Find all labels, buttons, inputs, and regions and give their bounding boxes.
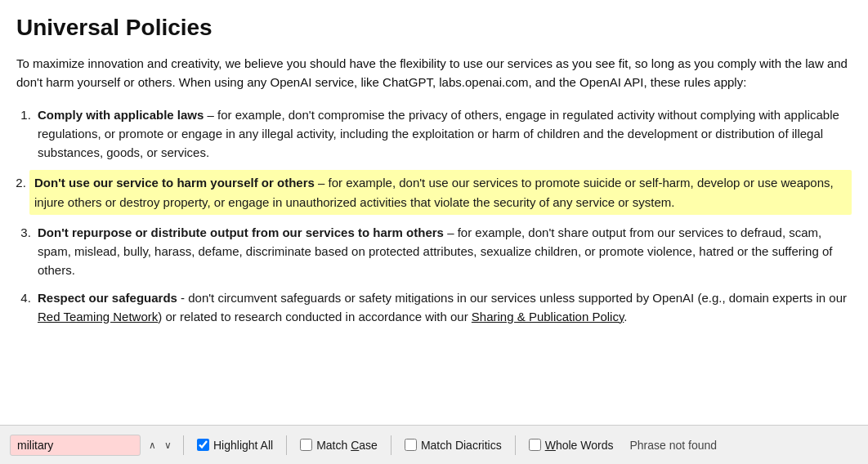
item-2-bold: Don't use our service to harm yourself o… xyxy=(34,176,315,190)
sharing-publication-link[interactable]: Sharing & Publication Policy xyxy=(472,310,624,323)
separator-2 xyxy=(286,435,287,455)
separator-4 xyxy=(515,435,516,455)
whole-words-label: Whole Words xyxy=(545,439,614,452)
match-diacritics-label: Match Diacritics xyxy=(421,439,502,452)
list-item: Don't repurpose or distribute output fro… xyxy=(34,223,852,280)
match-diacritics-group[interactable]: Match Diacritics xyxy=(405,439,502,452)
item-3-bold: Don't repurpose or distribute output fro… xyxy=(38,225,444,239)
main-content: Universal Policies To maximize innovatio… xyxy=(0,0,868,425)
item-4-bold: Respect our safeguards xyxy=(38,291,177,305)
red-teaming-link[interactable]: Red Teaming Network xyxy=(38,310,158,323)
list-item-highlighted: Don't use our service to harm yourself o… xyxy=(29,170,852,215)
highlight-all-label: Highlight All xyxy=(213,439,273,452)
item-3-dash: – xyxy=(444,225,454,239)
separator-1 xyxy=(183,435,184,455)
item-1-bold: Comply with applicable laws xyxy=(38,108,204,122)
search-input[interactable] xyxy=(10,435,141,456)
item-1-dash: – xyxy=(204,108,214,122)
item-4-text: don't circumvent safeguards or safety mi… xyxy=(185,291,847,305)
whole-words-checkbox[interactable] xyxy=(529,439,541,451)
item-2-dash: – xyxy=(315,176,325,190)
item-4-text3: . xyxy=(624,310,627,323)
nav-arrows xyxy=(145,438,175,453)
match-case-label: Match Case xyxy=(316,439,378,452)
next-button[interactable] xyxy=(161,438,175,453)
policy-list: Comply with applicable laws – for exampl… xyxy=(16,105,852,327)
intro-paragraph: To maximize innovation and creativity, w… xyxy=(16,54,852,92)
list-item: Respect our safeguards - don't circumven… xyxy=(34,288,852,327)
highlight-all-group[interactable]: Highlight All xyxy=(197,439,273,452)
separator-3 xyxy=(391,435,391,455)
page-title: Universal Policies xyxy=(16,15,852,41)
match-diacritics-checkbox[interactable] xyxy=(405,439,417,451)
find-bar: Highlight All Match Case Match Diacritic… xyxy=(0,425,868,464)
item-4-text2: ) or related to research conducted in ac… xyxy=(158,310,472,323)
find-status: Phrase not found xyxy=(629,439,717,452)
highlight-all-checkbox[interactable] xyxy=(197,439,209,451)
match-case-checkbox[interactable] xyxy=(300,439,312,451)
match-case-group[interactable]: Match Case xyxy=(300,439,378,452)
item-4-dash: - xyxy=(177,291,185,305)
previous-button[interactable] xyxy=(145,438,159,453)
whole-words-group[interactable]: Whole Words xyxy=(529,439,614,452)
list-item: Comply with applicable laws – for exampl… xyxy=(34,105,852,163)
